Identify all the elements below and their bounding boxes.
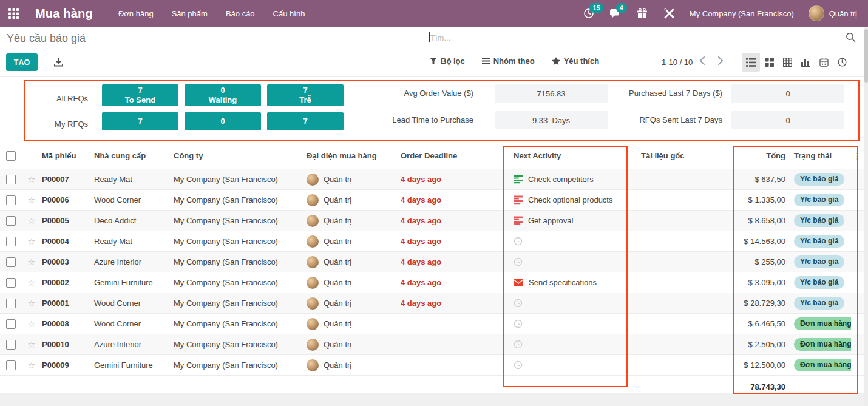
all-rfqs-label[interactable]: All RFQs (24, 94, 88, 103)
my-to-send-button[interactable]: 7 (102, 112, 178, 130)
row-checkbox[interactable] (6, 278, 16, 288)
header-reference[interactable]: Mã phiếu (40, 151, 92, 160)
all-waiting-button[interactable]: 0Waiting (185, 84, 261, 106)
favorite-star-icon[interactable]: ☆ (23, 236, 40, 247)
scrollbar-thumb[interactable] (864, 29, 868, 83)
table-row[interactable]: ☆ P00002 Gemini Furniture My Company (Sa… (0, 272, 864, 293)
no-activity-clock-icon[interactable] (514, 319, 523, 328)
favorite-star-icon[interactable]: ☆ (23, 174, 40, 185)
favorite-star-icon[interactable]: ☆ (23, 298, 40, 309)
next-activity-cell[interactable] (509, 360, 631, 370)
header-status[interactable]: Trạng thái (789, 151, 851, 160)
group-by-button[interactable]: Nhóm theo (482, 56, 535, 66)
row-checkbox[interactable] (6, 257, 16, 267)
gift-icon[interactable] (636, 7, 648, 19)
all-to-send-button[interactable]: 7To Send (102, 84, 178, 106)
search-icon[interactable] (846, 32, 856, 42)
row-checkbox[interactable] (6, 319, 16, 329)
kanban-view-icon[interactable] (760, 53, 778, 72)
header-order-deadline[interactable]: Order Deadline (398, 151, 509, 160)
all-late-button[interactable]: 7Trễ (267, 84, 344, 106)
next-activity-cell[interactable] (509, 319, 631, 328)
list-view-icon[interactable] (742, 53, 760, 72)
main-menu: Đơn hàng Sản phẩm Báo cáo Cấu hình (118, 9, 305, 18)
header-total[interactable]: Tổng (731, 151, 789, 160)
no-activity-clock-icon[interactable] (514, 237, 523, 246)
favorite-star-icon[interactable]: ☆ (23, 257, 40, 268)
row-checkbox[interactable] (6, 175, 16, 184)
row-checkbox[interactable] (6, 299, 16, 308)
header-source-document[interactable]: Tài liệu gốc (631, 151, 731, 160)
table-row[interactable]: ☆ P00004 Ready Mat My Company (San Franc… (0, 231, 864, 252)
row-checkbox[interactable] (6, 340, 16, 350)
next-activity-cell[interactable] (509, 257, 631, 266)
next-activity-cell[interactable] (509, 237, 631, 246)
favorite-star-icon[interactable]: ☆ (23, 215, 40, 226)
no-activity-clock-icon[interactable] (514, 360, 523, 370)
user-menu[interactable]: Quản trị (809, 5, 857, 21)
vertical-scrollbar[interactable] (864, 27, 868, 406)
no-activity-clock-icon[interactable] (514, 257, 523, 266)
activity-tasks-done-icon[interactable] (514, 175, 523, 184)
activity-tasks-overdue-icon[interactable] (514, 216, 523, 225)
table-row[interactable]: ☆ P00005 Deco Addict My Company (San Fra… (0, 211, 864, 231)
header-next-activity[interactable]: Next Activity (509, 151, 631, 160)
apps-grid-icon[interactable] (0, 0, 27, 27)
header-purchase-rep[interactable]: Đại diện mua hàng (303, 151, 398, 160)
next-activity-cell[interactable] (509, 299, 631, 308)
table-row[interactable]: ☆ P00001 Wood Corner My Company (San Fra… (0, 293, 864, 314)
row-checkbox[interactable] (6, 237, 16, 246)
app-title[interactable]: Mua hàng (35, 7, 93, 21)
activity-email-icon[interactable] (514, 279, 523, 286)
pager-previous-icon[interactable] (699, 56, 705, 66)
my-rfqs-label[interactable]: My RFQs (24, 120, 88, 129)
company-switcher[interactable]: My Company (San Francisco) (690, 9, 794, 18)
filters-button[interactable]: Bộ lọc (430, 56, 465, 66)
next-activity-cell[interactable]: Send specifications (509, 278, 631, 287)
next-activity-cell[interactable]: Check optional products (509, 195, 631, 205)
menu-configuration[interactable]: Cấu hình (273, 9, 305, 18)
select-all-checkbox[interactable] (6, 151, 16, 161)
header-company[interactable]: Công ty (172, 151, 303, 160)
my-late-button[interactable]: 7 (267, 112, 344, 130)
no-activity-clock-icon[interactable] (514, 299, 523, 308)
messages-icon[interactable]: 4 (609, 7, 622, 19)
activity-tasks-overdue-icon[interactable] (514, 195, 523, 205)
export-download-icon[interactable] (53, 57, 64, 67)
no-activity-clock-icon[interactable] (514, 340, 523, 349)
favorite-star-icon[interactable]: ☆ (23, 360, 40, 371)
create-button[interactable]: TẠO (6, 53, 38, 71)
row-checkbox[interactable] (6, 360, 16, 370)
activities-clock-icon[interactable]: 15 (583, 7, 595, 19)
next-activity-cell[interactable]: Check competitors (509, 175, 631, 184)
favorite-star-icon[interactable]: ☆ (23, 195, 40, 206)
favorite-star-icon[interactable]: ☆ (23, 339, 40, 350)
menu-products[interactable]: Sản phẩm (172, 9, 208, 18)
pager-next-icon[interactable] (717, 56, 724, 66)
table-row[interactable]: ☆ P00010 Azure Interior My Company (San … (0, 334, 864, 355)
next-activity-cell[interactable] (509, 340, 631, 349)
optional-columns-icon[interactable]: ⋮ (851, 151, 864, 161)
menu-reporting[interactable]: Báo cáo (226, 9, 255, 18)
table-row[interactable]: ☆ P00007 Ready Mat My Company (San Franc… (0, 169, 864, 190)
table-row[interactable]: ☆ P00003 Azure Interior My Company (San … (0, 252, 864, 272)
row-checkbox[interactable] (6, 216, 16, 226)
favorite-star-icon[interactable]: ☆ (23, 319, 40, 330)
pivot-view-icon[interactable] (778, 53, 796, 72)
search-input[interactable] (428, 30, 832, 45)
activity-view-icon[interactable] (833, 53, 851, 72)
favorites-button[interactable]: Yêu thích (552, 56, 600, 66)
table-row[interactable]: ☆ P00008 Wood Corner My Company (San Fra… (0, 314, 864, 334)
table-row[interactable]: ☆ P00006 Wood Corner My Company (San Fra… (0, 190, 864, 211)
tools-wrench-icon[interactable] (663, 7, 675, 19)
graph-view-icon[interactable] (796, 53, 815, 72)
table-row[interactable]: ☆ P00009 Gemini Furniture My Company (Sa… (0, 355, 864, 376)
menu-orders[interactable]: Đơn hàng (118, 9, 154, 18)
my-waiting-button[interactable]: 0 (185, 112, 261, 130)
next-activity-cell[interactable]: Get approval (509, 216, 631, 225)
company-name: My Company (San Francisco) (172, 216, 303, 225)
header-vendor[interactable]: Nhà cung cấp (92, 151, 172, 160)
row-checkbox[interactable] (6, 195, 16, 205)
favorite-star-icon[interactable]: ☆ (23, 277, 40, 288)
calendar-view-icon[interactable] (815, 53, 833, 72)
